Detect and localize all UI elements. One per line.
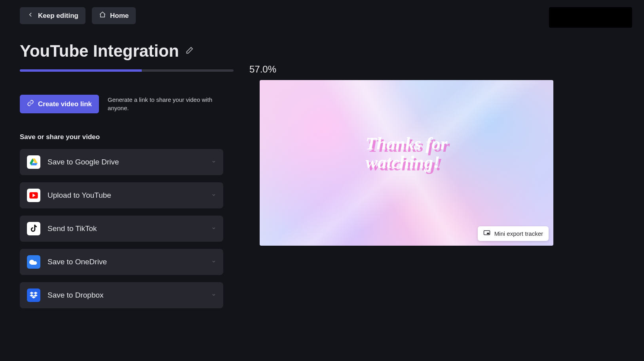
- progress-fill: [20, 69, 142, 72]
- title-row: YouTube Integration: [0, 24, 644, 68]
- keep-editing-label: Keep editing: [38, 12, 78, 20]
- keep-editing-button[interactable]: Keep editing: [20, 7, 85, 24]
- video-preview: Thanks for watching! Thanks for watching…: [260, 80, 553, 246]
- chevron-down-icon: [211, 292, 216, 299]
- chevron-down-icon: [211, 258, 216, 265]
- create-video-link-button[interactable]: Create video link: [20, 95, 99, 113]
- create-link-description: Generate a link to share your video with…: [108, 96, 215, 112]
- progress-percent-label: 57.0%: [249, 64, 276, 75]
- mini-export-tracker-button[interactable]: Mini export tracker: [478, 226, 549, 241]
- share-option-label: Save to Dropbox: [47, 291, 104, 300]
- google-drive-icon: [27, 155, 40, 169]
- share-option-tiktok[interactable]: Send to TikTok: [20, 216, 223, 242]
- share-option-gdrive[interactable]: Save to Google Drive: [20, 149, 223, 175]
- preview-text-main: Thanks for watching!: [366, 134, 447, 172]
- share-section-label: Save or share your video: [20, 133, 223, 141]
- svg-marker-5: [30, 292, 34, 294]
- create-link-row: Create video link Generate a link to sha…: [20, 95, 223, 113]
- youtube-icon: [27, 189, 40, 202]
- svg-rect-11: [487, 233, 489, 234]
- arrow-left-icon: [27, 11, 34, 20]
- progress-track: [20, 69, 234, 72]
- share-option-onedrive[interactable]: Save to OneDrive: [20, 249, 223, 275]
- home-label: Home: [110, 12, 129, 20]
- share-option-label: Upload to YouTube: [47, 191, 111, 200]
- share-option-dropbox[interactable]: Save to Dropbox: [20, 282, 223, 308]
- mini-export-tracker-label: Mini export tracker: [494, 230, 543, 237]
- pip-icon: [483, 229, 490, 238]
- dropbox-icon: [27, 288, 40, 302]
- page-title: YouTube Integration: [20, 42, 179, 61]
- share-option-label: Save to OneDrive: [47, 258, 107, 266]
- top-bar: Keep editing Home: [0, 0, 644, 24]
- chevron-down-icon: [211, 192, 216, 199]
- chevron-down-icon: [211, 225, 216, 232]
- share-option-label: Send to TikTok: [47, 224, 97, 233]
- share-option-label: Save to Google Drive: [47, 158, 119, 166]
- edit-title-icon[interactable]: [185, 46, 194, 56]
- home-icon: [99, 11, 106, 20]
- tiktok-icon: [27, 222, 40, 235]
- preview-overlay-text: Thanks for watching! Thanks for watching…: [366, 134, 447, 172]
- export-progress: 57.0%: [20, 69, 234, 72]
- chevron-down-icon: [211, 159, 216, 166]
- top-right-placeholder: [549, 7, 632, 28]
- onedrive-icon: [27, 255, 40, 269]
- share-scroll-area[interactable]: Create video link Generate a link to sha…: [20, 95, 234, 317]
- share-option-youtube[interactable]: Upload to YouTube: [20, 182, 223, 208]
- left-column: Create video link Generate a link to sha…: [0, 95, 234, 317]
- link-icon: [27, 99, 34, 109]
- create-video-link-label: Create video link: [38, 100, 92, 108]
- svg-marker-6: [34, 292, 38, 294]
- home-button[interactable]: Home: [92, 7, 136, 24]
